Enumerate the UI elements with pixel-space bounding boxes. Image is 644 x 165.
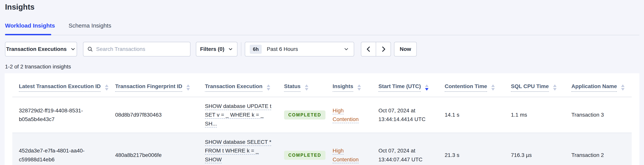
table-header-row: Latest Transaction Execution ID Transact… [12,73,632,97]
column-header-insights[interactable]: Insights [332,73,378,97]
sort-icon [186,84,190,91]
cell-execution-id: 452da3e7-e7fa-4801-aa40-c59988d14eb6 [12,133,115,165]
insight-link[interactable]: HighContention [332,148,358,162]
time-range-step-buttons [361,42,391,57]
chevron-down-icon [344,46,349,52]
status-badge: COMPLETED [284,110,326,119]
chevron-right-icon [380,46,387,52]
tab-active-indicator [5,34,51,35]
column-header-contention-time[interactable]: Contention Time [445,73,511,97]
sort-icon-active-desc [425,84,428,91]
sort-icon [358,84,361,91]
transaction-insights-table: Latest Transaction Execution ID Transact… [12,73,632,165]
cell-application-name: Transaction 2 [572,133,632,165]
transaction-statement-link[interactable]: SHOW database UPDATE tSET v = _ WHERE k … [205,103,271,127]
column-header-latest-transaction-execution-id[interactable]: Latest Transaction Execution ID [12,73,115,97]
cell-sql-cpu-time: 716.3 µs [511,133,572,165]
cell-insights: HighContention [332,133,378,165]
column-header-start-time[interactable]: Start Time (UTC) [378,73,445,97]
status-badge: COMPLETED [284,151,326,160]
time-range-picker[interactable]: 6h Past 6 Hours [245,42,354,57]
insight-link[interactable]: HighContention [332,108,358,122]
cell-transaction-execution: SHOW database SELECT *FROM t WHERE k = _… [205,133,284,165]
search-box [83,42,190,57]
column-header-transaction-fingerprint-id[interactable]: Transaction Fingerprint ID [115,73,205,97]
time-range-badge: 6h [250,45,262,54]
cell-start-time: Oct 07, 2024 at13:44:07.447 UTC [378,133,445,165]
sort-icon [105,84,108,91]
cell-transaction-execution: SHOW database UPDATE tSET v = _ WHERE k … [205,97,284,133]
transaction-type-dropdown-label: Transaction Executions [6,46,67,52]
sort-icon [553,84,556,91]
sort-icon [305,84,308,91]
filters-button-label: Filters (0) [200,46,224,52]
filters-button[interactable]: Filters (0) [196,42,238,57]
column-header-sql-cpu-time[interactable]: SQL CPU Time [511,73,572,97]
tabs-baseline [5,35,640,35]
cell-fingerprint-id: 08d8b7d97f830463 [115,97,205,133]
next-time-range-button[interactable] [376,42,390,56]
transaction-statement-link[interactable]: SHOW database SELECT *FROM t WHERE k = _… [205,139,271,165]
chevron-down-icon [70,46,76,52]
search-input[interactable] [96,46,186,52]
sort-icon [491,84,495,91]
sort-icon [621,84,624,91]
cell-execution-id: 328729d2-ff19-4408-8531-b05a5b4e43c7 [12,97,115,133]
chevron-left-icon [365,46,372,52]
results-count: 1-2 of 2 transaction insights [5,64,71,70]
page-title: Insights [5,3,34,11]
transaction-type-dropdown[interactable]: Transaction Executions [5,42,77,57]
tab-workload-insights[interactable]: Workload Insights [5,22,55,29]
toolbar-divider [241,42,241,56]
chevron-down-icon [228,47,233,52]
previous-time-range-button[interactable] [361,42,376,56]
column-header-transaction-execution[interactable]: Transaction Execution [205,73,284,97]
cell-insights: HighContention [332,97,378,133]
sort-icon [267,84,270,91]
table-row: 452da3e7-e7fa-4801-aa40-c59988d14eb6 480… [12,133,632,165]
cell-contention-time: 14.1 s [445,97,511,133]
tab-schema-insights[interactable]: Schema Insights [68,22,111,29]
now-button-label: Now [400,46,411,52]
cell-sql-cpu-time: 1.1 ms [511,97,572,133]
insights-table-card: Latest Transaction Execution ID Transact… [4,73,640,165]
time-range-label: Past 6 Hours [267,46,344,52]
table-row: 328729d2-ff19-4408-8531-b05a5b4e43c7 08d… [12,97,632,133]
cell-status: COMPLETED [284,133,332,165]
column-header-status[interactable]: Status [284,73,332,97]
cell-fingerprint-id: 480a8b217be006fe [115,133,205,165]
now-button[interactable]: Now [394,42,417,57]
cell-status: COMPLETED [284,97,332,133]
cell-start-time: Oct 07, 2024 at13:44:14.4414 UTC [378,97,445,133]
cell-application-name: Transaction 3 [572,97,632,133]
column-header-application-name[interactable]: Application Name [572,73,632,97]
cell-contention-time: 21.3 s [445,133,511,165]
search-icon [87,46,94,52]
